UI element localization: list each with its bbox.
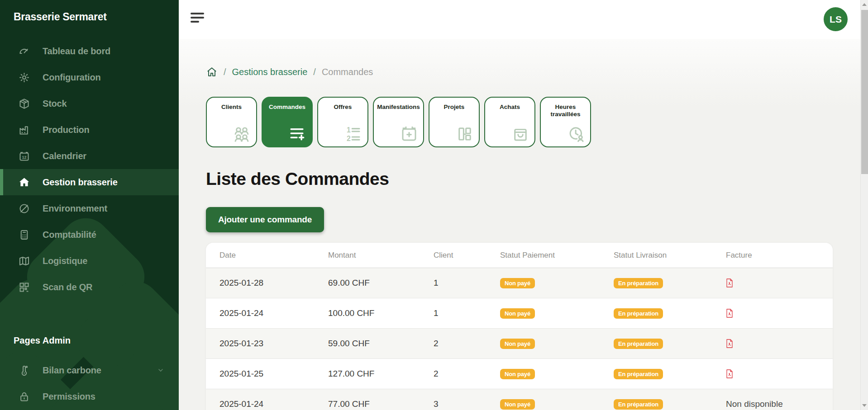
sidebar-nav: Tableau de bord Configuration Stock Prod… bbox=[0, 38, 179, 300]
table-row: 2025-01-28 69.00 CHF 1 Non payé En prépa… bbox=[206, 268, 833, 298]
tab-commandes[interactable]: Commandes bbox=[262, 97, 313, 147]
calculator-icon bbox=[17, 228, 31, 241]
cell-montant: 127.00 CHF bbox=[328, 369, 434, 379]
status-badge: En préparation bbox=[614, 399, 663, 410]
hamburger-menu-icon[interactable] bbox=[191, 13, 205, 25]
home-icon bbox=[17, 175, 31, 189]
sidebar-item-label: Gestion brasserie bbox=[43, 177, 118, 188]
status-badge: En préparation bbox=[614, 278, 663, 288]
status-badge: En préparation bbox=[614, 339, 663, 349]
add-order-button[interactable]: Ajouter une commande bbox=[206, 207, 324, 232]
sidebar-item-calendrier[interactable]: 12 Calendrier bbox=[0, 143, 179, 169]
sidebar-item-label: Production bbox=[43, 125, 90, 135]
clients-icon bbox=[231, 124, 252, 143]
breadcrumb-separator: / bbox=[313, 67, 316, 77]
cell-montant: 69.00 CHF bbox=[328, 278, 434, 288]
column-header-date: Date bbox=[219, 251, 328, 260]
sidebar-item-scan-de-qr[interactable]: Scan de QR bbox=[0, 274, 179, 300]
column-header-statut-paiement: Statut Paiement bbox=[500, 251, 614, 260]
cell-facture-unavailable: Non disponible bbox=[726, 399, 833, 409]
sidebar-section-pages-admin: Pages Admin bbox=[14, 335, 71, 346]
sidebar-item-bilan-carbone[interactable]: Bilan carbone bbox=[0, 357, 179, 383]
qr-icon bbox=[17, 280, 31, 294]
cell-montant: 100.00 CHF bbox=[328, 308, 434, 318]
scrollbar-up-arrow[interactable] bbox=[862, 3, 867, 6]
column-header-facture: Facture bbox=[726, 251, 833, 260]
gear-icon bbox=[17, 71, 31, 84]
chevron-down-icon[interactable] bbox=[157, 367, 164, 374]
table-header-row: Date Montant Client Statut Paiement Stat… bbox=[206, 243, 833, 268]
main-content: / Gestions brasserie / Commandes Clients… bbox=[179, 39, 860, 410]
sidebar-item-logistique[interactable]: Logistique bbox=[0, 248, 179, 274]
numbered-list-icon: 12 bbox=[343, 124, 363, 143]
breadcrumb-link-gestions-brasserie[interactable]: Gestions brasserie bbox=[232, 67, 308, 77]
cell-date: 2025-01-25 bbox=[219, 369, 328, 379]
pdf-icon[interactable] bbox=[726, 339, 833, 348]
status-badge: En préparation bbox=[614, 308, 663, 319]
tab-achats[interactable]: Achats bbox=[484, 97, 535, 147]
sidebar-item-environnement[interactable]: Environnement bbox=[0, 195, 179, 221]
svg-text:12: 12 bbox=[22, 155, 26, 159]
sidebar-item-production[interactable]: Production bbox=[0, 117, 179, 143]
sidebar-item-stock[interactable]: Stock bbox=[0, 90, 179, 117]
table-row: 2025-01-24 77.00 CHF 3 Non payé En prépa… bbox=[206, 389, 833, 410]
column-header-client: Client bbox=[434, 251, 500, 260]
sidebar: Brasserie Sermaret Tableau de bord Confi… bbox=[0, 0, 179, 410]
cell-date: 2025-01-28 bbox=[219, 278, 328, 288]
table-row: 2025-01-24 100.00 CHF 1 Non payé En prép… bbox=[206, 298, 833, 329]
cell-client: 1 bbox=[434, 278, 500, 288]
dashboard-icon bbox=[17, 44, 31, 58]
table-row: 2025-01-23 59.00 CHF 2 Non payé En prépa… bbox=[206, 329, 833, 359]
tab-manifestations[interactable]: Manifestations bbox=[373, 97, 424, 147]
page-title: Liste des Commandes bbox=[206, 169, 389, 189]
scrollbar-thumb[interactable] bbox=[861, 10, 868, 174]
sidebar-item-label: Environnement bbox=[43, 203, 107, 214]
calendar-plus-icon bbox=[399, 124, 419, 143]
topbar: LS bbox=[179, 0, 860, 39]
tab-heures-travaillees[interactable]: Heures travaillées bbox=[540, 97, 591, 147]
sidebar-item-label: Calendrier bbox=[43, 151, 86, 161]
status-badge: Non payé bbox=[500, 369, 535, 379]
sidebar-item-label: Configuration bbox=[43, 72, 100, 83]
leaf-icon bbox=[17, 202, 31, 215]
tab-clients[interactable]: Clients bbox=[206, 97, 257, 147]
cell-date: 2025-01-23 bbox=[219, 339, 328, 349]
scrollbar-down-arrow[interactable] bbox=[862, 404, 867, 407]
breadcrumb: / Gestions brasserie / Commandes bbox=[206, 66, 373, 78]
sidebar-item-gestion-brasserie[interactable]: Gestion brasserie bbox=[0, 169, 179, 195]
tab-cards: Clients Commandes Offres 12 Manifestatio… bbox=[206, 97, 591, 147]
vertical-scrollbar[interactable] bbox=[860, 0, 868, 410]
sidebar-item-permissions[interactable]: Permissions bbox=[0, 383, 179, 410]
tab-projets[interactable]: Projets bbox=[429, 97, 480, 147]
cell-client: 1 bbox=[434, 308, 500, 318]
status-badge: Non payé bbox=[500, 278, 535, 288]
home-breadcrumb-icon[interactable] bbox=[206, 66, 218, 78]
shopping-bag-icon bbox=[510, 124, 530, 143]
package-icon bbox=[17, 97, 31, 110]
cell-date: 2025-01-24 bbox=[219, 399, 328, 409]
app-title: Brasserie Sermaret bbox=[14, 11, 107, 23]
kanban-icon bbox=[455, 124, 475, 143]
sidebar-item-label: Scan de QR bbox=[43, 282, 92, 292]
table-row: 2025-01-25 127.00 CHF 2 Non payé En prép… bbox=[206, 359, 833, 389]
sidebar-item-comptabilite[interactable]: Comptabilité bbox=[0, 221, 179, 248]
thermometer-icon bbox=[17, 363, 31, 377]
sidebar-item-label: Logistique bbox=[43, 256, 87, 266]
svg-text:2: 2 bbox=[347, 135, 351, 142]
sidebar-item-label: Bilan carbone bbox=[43, 365, 101, 376]
sidebar-item-configuration[interactable]: Configuration bbox=[0, 64, 179, 90]
avatar[interactable]: LS bbox=[824, 7, 848, 31]
map-icon bbox=[17, 254, 31, 268]
factory-icon bbox=[17, 123, 31, 137]
tab-offres[interactable]: Offres 12 bbox=[317, 97, 368, 147]
orders-table: Date Montant Client Statut Paiement Stat… bbox=[206, 243, 833, 410]
pdf-icon[interactable] bbox=[726, 369, 833, 378]
column-header-statut-livraison: Statut Livraison bbox=[614, 251, 726, 260]
sidebar-item-tableau-de-bord[interactable]: Tableau de bord bbox=[0, 38, 179, 64]
pdf-icon[interactable] bbox=[726, 309, 833, 318]
status-badge: Non payé bbox=[500, 339, 535, 349]
pdf-icon[interactable] bbox=[726, 278, 833, 287]
cell-date: 2025-01-24 bbox=[219, 308, 328, 318]
calendar-icon: 12 bbox=[17, 149, 31, 163]
sidebar-item-label: Stock bbox=[43, 99, 67, 109]
